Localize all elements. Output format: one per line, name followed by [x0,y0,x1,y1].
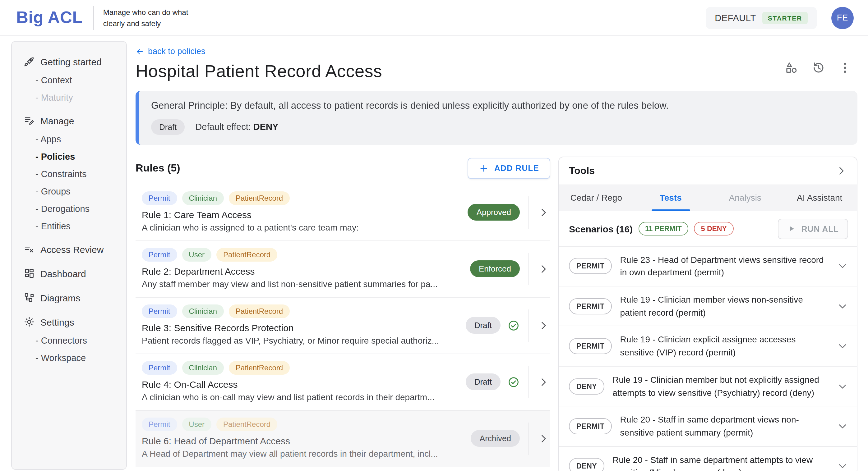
rule-status-badge: Draft [466,317,500,334]
chevron-down-icon[interactable] [837,380,848,392]
sidebar-item-getting-started[interactable]: Getting started [12,52,126,71]
history-icon[interactable] [811,61,825,74]
scenario-row[interactable]: DENY Rule 20 - Staff in same department … [559,446,857,471]
rule-tags: PermitClinicianPatientRecord [142,304,457,318]
sidebar-item-policies[interactable]: Policies [12,148,126,165]
sidebar-item-label: Context [35,75,72,85]
rule-side: Archived [471,422,549,455]
chevron-right-icon[interactable] [538,207,549,218]
sidebar-item-label: Apps [35,134,61,144]
sidebar-item-workspace[interactable]: Workspace [12,349,126,367]
sidebar-item-maturity[interactable]: Maturity [12,89,126,106]
sidebar-item-settings[interactable]: Settings [12,312,126,332]
scenarios-list: PERMIT Rule 23 - Head of Department view… [559,246,857,471]
sidebar-item-constraints[interactable]: Constraints [12,165,126,183]
rule-row[interactable]: PermitClinicianPatientRecord Rule 1: Car… [135,184,550,241]
general-principle-box: General Principle: By default, all acces… [135,91,858,144]
header-divider [93,6,94,30]
rule-tag: PatientRecord [229,191,290,205]
chevron-down-icon[interactable] [837,260,848,272]
rule-tags: PermitUserPatientRecord [142,417,457,431]
kebab-menu-icon[interactable] [838,61,852,74]
app-logo[interactable]: Big ACL [16,8,83,27]
manage-icon [24,115,35,126]
tab-tests[interactable]: Tests [633,185,708,210]
rule-row[interactable]: PermitUserPatientRecord Rule 2: Departme… [135,241,550,297]
rules-column: Rules (5) ADD RULE PermitClinicianPatien… [135,156,550,471]
sidebar-item-dashboard[interactable]: Dashboard [12,264,126,283]
sidebar-item-context[interactable]: Context [12,71,126,89]
chevron-right-icon[interactable] [836,165,847,176]
shapes-icon[interactable] [785,61,798,74]
rule-tags: PermitClinicianPatientRecord [142,191,457,205]
sidebar-item-apps[interactable]: Apps [12,131,126,148]
settings-icon [24,316,35,328]
tab-ai-assistant[interactable]: AI Assistant [782,185,857,210]
divider [528,253,529,285]
scenario-outcome-badge: PERMIT [569,298,612,314]
diagrams-icon [24,292,35,303]
tools-header[interactable]: Tools [559,157,857,185]
rule-description: Patient records flagged as VIP, Psychiat… [142,335,457,345]
divider [528,309,529,341]
plan-badge: STARTER [762,11,808,24]
chevron-down-icon[interactable] [837,340,848,352]
rocket-icon [24,56,35,67]
deny-count-badge: 5 DENY [694,222,734,236]
chevron-down-icon[interactable] [837,300,848,312]
rule-title: Rule 2: Department Access [142,266,457,276]
rule-status-badge: Draft [466,373,500,390]
scenario-title: Rule 20 - Staff in same department attem… [613,453,829,471]
back-to-policies-link[interactable]: back to policies [135,46,206,56]
tab-analysis[interactable]: Analysis [708,185,782,210]
chevron-right-icon[interactable] [538,376,549,388]
chevron-right-icon[interactable] [538,433,549,444]
sidebar-item-connectors[interactable]: Connectors [12,332,126,349]
chevron-down-icon[interactable] [837,421,848,432]
app-root: Big ACL Manage who can do what clearly a… [0,0,868,471]
sidebar-item-label: Derogations [35,204,90,214]
workspace-chip[interactable]: DEFAULT STARTER [705,6,817,29]
sidebar-item-entities[interactable]: Entities [12,217,126,235]
avatar[interactable]: FE [831,6,854,29]
add-rule-button[interactable]: ADD RULE [468,158,550,179]
scenario-row[interactable]: PERMIT Rule 19 - Clinician member views … [559,286,857,326]
sidebar-item-diagrams[interactable]: Diagrams [12,288,126,308]
sidebar-item-access-review[interactable]: Access Review [12,239,126,259]
chevron-down-icon[interactable] [837,461,848,471]
rule-tag: User [182,417,211,431]
content-columns: Rules (5) ADD RULE PermitClinicianPatien… [135,156,868,471]
rule-row[interactable]: PermitClinicianPatientRecord Rule 3: Sen… [135,297,550,354]
tab-cedar-rego[interactable]: Cedar / Rego [559,185,633,210]
rule-description: A Head of Department may view all patien… [142,448,457,458]
main-content: back to policies Hospital Patient Record… [135,36,868,471]
rule-row[interactable]: PermitClinicianPatientRecord Rule 4: On-… [135,354,550,410]
scenario-row[interactable]: PERMIT Rule 19 - Clinician explicit assi… [559,326,857,366]
scenario-row[interactable]: PERMIT Rule 20 - Staff in same departmen… [559,406,857,446]
rule-description: Any staff member may view and list non-s… [142,279,457,289]
rule-side: Draft [466,366,549,398]
scenario-outcome-badge: DENY [569,458,604,471]
access-review-icon [24,243,35,255]
chevron-right-icon[interactable] [538,263,549,274]
rule-side: Draft [466,309,549,341]
scenario-row[interactable]: DENY Rule 19 - Clinician member but not … [559,366,857,406]
scenarios-heading: Scenarios (16) [569,224,633,234]
scenario-outcome-badge: PERMIT [569,258,612,274]
sidebar-item-label: Connectors [35,336,87,345]
sidebar-item-manage[interactable]: Manage [12,111,126,131]
rule-tag: PatientRecord [216,417,277,431]
back-link-label: back to policies [148,46,206,56]
scenario-row[interactable]: PERMIT Rule 23 - Head of Department view… [559,246,857,286]
rule-row[interactable]: PermitUserPatientRecord Rule 6: Head of … [135,410,550,467]
rule-tag: Permit [142,304,177,318]
rule-tags: PermitUserPatientRecord [142,247,457,261]
run-all-button[interactable]: RUN ALL [778,218,848,239]
sidebar-item-derogations[interactable]: Derogations [12,200,126,217]
divider [528,196,529,228]
tools-panel: Tools Cedar / RegoTestsAnalysisAI Assist… [558,156,858,471]
rule-description: A clinician who is assigned to a patient… [142,222,457,232]
sidebar-item-groups[interactable]: Groups [12,183,126,200]
chevron-right-icon[interactable] [538,320,549,331]
rule-status-badge: Enforced [470,260,520,277]
